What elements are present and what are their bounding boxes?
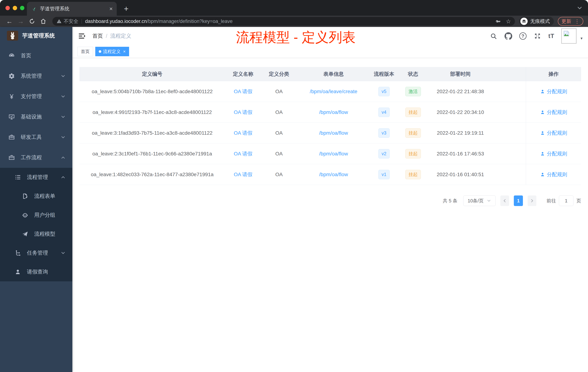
tag-首页[interactable]: 首页: [77, 47, 93, 56]
briefcase-icon: [8, 154, 15, 161]
goto-page-input[interactable]: 1: [559, 196, 573, 206]
status-badge: 挂起: [405, 108, 421, 117]
pagination: 共 5 条 10条/页 1 前往: [79, 196, 581, 206]
browser-update-button[interactable]: 更新 ⋮: [558, 17, 583, 26]
tag-close-icon[interactable]: ×: [123, 49, 126, 54]
form-info-link[interactable]: /bpm/oa/flow: [319, 130, 348, 136]
assign-rule-link[interactable]: 分配规则: [540, 88, 567, 95]
minimize-window-button[interactable]: [13, 6, 17, 10]
sidebar-item-label: 流程模型: [34, 230, 55, 238]
breadcrumb-separator: /: [106, 33, 107, 39]
font-size-icon[interactable]: tT: [548, 33, 554, 40]
assign-rule-link[interactable]: 分配规则: [540, 171, 567, 178]
sidebar-item-流程表单[interactable]: 流程表单: [0, 187, 72, 206]
brand-logo-rabbit-image: [7, 31, 18, 41]
sidebar-item-支付管理[interactable]: 支付管理: [0, 86, 72, 107]
definition-name-link[interactable]: OA 请假: [234, 150, 252, 157]
sidebar-item-基础设施[interactable]: 基础设施: [0, 107, 72, 127]
definition-name-link[interactable]: OA 请假: [234, 171, 252, 178]
definition-category: OA: [275, 151, 283, 157]
reload-icon[interactable]: [27, 17, 37, 26]
help-question-icon[interactable]: ?: [519, 33, 526, 40]
new-tab-button[interactable]: +: [121, 4, 131, 13]
column-header-2: 定义分类: [261, 67, 297, 81]
column-header-3: 表单信息: [297, 67, 370, 81]
row-filler: [492, 123, 526, 143]
next-page-button[interactable]: [528, 196, 536, 206]
sidebar-item-工作流程[interactable]: 工作流程: [0, 147, 72, 168]
search-icon[interactable]: [489, 32, 497, 40]
version-badge: v5: [378, 87, 390, 96]
back-icon[interactable]: ←: [5, 17, 14, 26]
form-info-link[interactable]: /bpm/oa/flow: [319, 151, 348, 157]
page-size-select[interactable]: 10条/页: [463, 196, 496, 206]
definition-table: 定义编号定义名称定义分类表单信息流程版本状态部署时间操作 oa_leave:5:…: [79, 67, 581, 185]
deploy-time: 2022-01-22 21:48:38: [437, 89, 484, 94]
definition-category: OA: [275, 130, 283, 136]
password-key-icon[interactable]: [495, 18, 501, 24]
sidebar-item-label: 请假查询: [27, 268, 48, 275]
tag-流程定义[interactable]: 流程定义×: [95, 47, 129, 56]
sidebar-item-任务管理[interactable]: 任务管理: [0, 243, 72, 263]
assign-rule-link[interactable]: 分配规则: [540, 130, 567, 136]
assign-user-icon: [540, 89, 545, 94]
sidebar-item-label: 基础设施: [21, 113, 42, 120]
sidebar: 芋道管理系统 首页系统管理支付管理基础设施研发工具工作流程流程管理流程表单用户分…: [0, 27, 72, 372]
address-bar[interactable]: 不安全 dashboard.yudao.iocoder.cn/bpm/manag…: [52, 17, 515, 26]
definition-id: oa_leave:1:482ec033-762a-11ec-8477-a2380…: [91, 172, 213, 177]
incognito-badge: 无痕模式: [519, 17, 554, 26]
zoom-window-button[interactable]: [20, 6, 24, 10]
sidebar-item-流程模型[interactable]: 流程模型: [0, 225, 72, 243]
form-info-link[interactable]: /bpm/oa/leave/create: [310, 89, 357, 94]
home-icon[interactable]: [39, 17, 48, 26]
chevron-down-icon: [60, 73, 66, 79]
page-number-active[interactable]: 1: [514, 196, 523, 206]
assign-rule-link[interactable]: 分配规则: [540, 150, 567, 157]
definition-id: oa_leave:2:3c1f0ef1-76b1-11ec-9c66-a2380…: [92, 151, 212, 157]
macos-traffic-lights[interactable]: [5, 6, 24, 10]
tags-view-bar: 首页流程定义×: [72, 45, 588, 58]
deploy-time: 2022-01-22 19:19:11: [437, 130, 484, 136]
table-row: oa_leave:1:482ec033-762a-11ec-8477-a2380…: [79, 164, 581, 185]
forward-icon[interactable]: →: [16, 17, 25, 26]
update-label[interactable]: 更新: [561, 18, 571, 25]
sidebar-item-用户分组[interactable]: 用户分组: [0, 206, 72, 225]
avatar-caret-icon[interactable]: ▾: [580, 36, 583, 41]
assign-user-icon: [540, 110, 545, 115]
not-secure-label: 不安全: [64, 18, 78, 25]
chevron-up-icon: [60, 175, 66, 180]
definition-name-link[interactable]: OA 请假: [234, 109, 252, 116]
form-info-link[interactable]: /bpm/oa/flow: [319, 109, 348, 115]
robot-icon: [21, 211, 29, 219]
user-avatar-broken-image[interactable]: [561, 28, 577, 44]
definition-name-link[interactable]: OA 请假: [234, 130, 252, 136]
close-window-button[interactable]: [5, 6, 10, 10]
table-header-row: 定义编号定义名称定义分类表单信息流程版本状态部署时间操作: [79, 67, 581, 81]
browser-tab[interactable]: 芋道管理系统 ×: [27, 2, 117, 16]
tab-close-icon[interactable]: ×: [109, 6, 113, 12]
sidebar-item-label: 任务管理: [27, 249, 48, 257]
row-filler: [492, 164, 526, 185]
fullscreen-icon[interactable]: [534, 32, 541, 40]
not-secure-warning-icon[interactable]: [56, 19, 62, 24]
github-icon[interactable]: [504, 32, 512, 40]
form-info-link[interactable]: /bpm/oa/flow: [319, 172, 348, 177]
prev-page-button[interactable]: [500, 196, 509, 206]
sidebar-collapse-icon[interactable]: [78, 32, 86, 40]
bookmark-star-icon[interactable]: ☆: [506, 18, 511, 25]
column-header-6: 部署时间: [429, 67, 492, 81]
definition-name-link[interactable]: OA 请假: [234, 88, 252, 95]
deploy-time: 2022-01-22 20:34:10: [437, 109, 484, 115]
browser-menu-dots-icon[interactable]: ⋮: [575, 18, 580, 24]
sidebar-item-系统管理[interactable]: 系统管理: [0, 66, 72, 86]
sidebar-item-流程管理[interactable]: 流程管理: [0, 168, 72, 187]
assign-rule-link[interactable]: 分配规则: [540, 109, 567, 116]
breadcrumb-home[interactable]: 首页: [92, 33, 103, 40]
sidebar-logo-row[interactable]: 芋道管理系统: [0, 27, 72, 44]
sidebar-item-请假查询[interactable]: 请假查询: [0, 263, 72, 281]
tab-search-chevron-icon[interactable]: [576, 5, 583, 11]
sidebar-item-研发工具[interactable]: 研发工具: [0, 127, 72, 147]
assign-user-icon: [540, 151, 545, 156]
table-body: oa_leave:5:004b710b-7b8a-11ec-8ef0-acde4…: [79, 81, 581, 185]
sidebar-item-首页[interactable]: 首页: [0, 45, 72, 66]
